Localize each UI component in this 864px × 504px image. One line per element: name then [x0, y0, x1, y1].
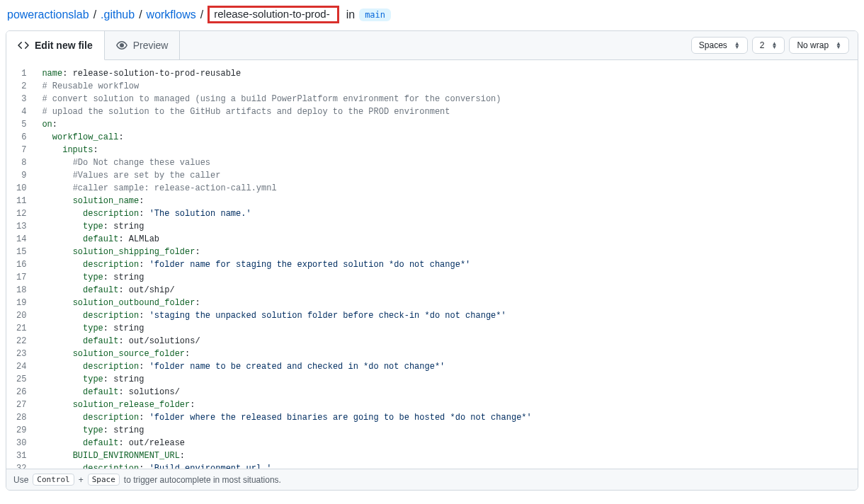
code-line[interactable]: default: out/release [42, 437, 858, 449]
indent-size-value: 2 [760, 40, 765, 50]
code-line[interactable]: type: string [42, 220, 858, 233]
code-line[interactable]: solution_release_folder: [42, 399, 858, 411]
line-number-gutter: 1234567891011121314151617181920212223242… [6, 60, 39, 469]
line-number: 3 [16, 93, 33, 105]
code-line[interactable]: # upload the solution to the GitHub arti… [42, 105, 858, 118]
line-number: 4 [16, 105, 33, 118]
line-number: 20 [16, 309, 33, 322]
code-line[interactable]: default: ALMLab [42, 233, 858, 246]
indent-mode-value: Spaces [699, 40, 727, 50]
line-number: 28 [16, 411, 33, 424]
code-line[interactable]: description: 'The solution name.' [42, 207, 858, 220]
line-number: 32 [16, 462, 33, 469]
code-line[interactable]: workflow_call: [42, 131, 858, 144]
code-line[interactable]: inputs: [42, 144, 858, 156]
code-line[interactable]: BUILD_ENVIRONMENT_URL: [42, 449, 858, 462]
editor-footer: Use Control + Space to trigger autocompl… [6, 469, 858, 490]
eye-icon [116, 40, 127, 51]
breadcrumb-sep: / [93, 8, 96, 21]
code-line[interactable]: on: [42, 118, 858, 131]
tab-preview-label: Preview [133, 40, 169, 51]
tab-edit-file[interactable]: Edit new file [6, 31, 105, 60]
line-number: 10 [16, 182, 33, 195]
line-number: 12 [16, 207, 33, 220]
code-editor[interactable]: 1234567891011121314151617181920212223242… [6, 60, 858, 469]
breadcrumb-repo-link[interactable]: poweractionslab [7, 8, 89, 21]
footer-plus: + [79, 475, 84, 485]
code-line[interactable]: default: out/ship/ [42, 284, 858, 297]
filename-input[interactable]: release-solution-to-prod- [208, 6, 339, 23]
line-number: 14 [16, 233, 33, 246]
code-line[interactable]: description: 'staging the unpacked solut… [42, 309, 858, 322]
line-number: 17 [16, 271, 33, 284]
line-number: 18 [16, 284, 33, 297]
code-line[interactable]: # convert solution to managed (using a b… [42, 93, 858, 105]
code-line[interactable]: description: 'folder name to be created … [42, 360, 858, 373]
line-number: 13 [16, 220, 33, 233]
code-line[interactable]: name: release-solution-to-prod-reusable [42, 67, 858, 80]
line-number: 19 [16, 297, 33, 309]
line-number: 31 [16, 449, 33, 462]
footer-rest: to trigger autocomplete in most situatio… [124, 475, 281, 485]
code-line[interactable]: description: 'Build environment url.' [42, 462, 858, 469]
line-number: 15 [16, 246, 33, 258]
line-number: 11 [16, 195, 33, 207]
code-line[interactable]: type: string [42, 373, 858, 386]
line-number: 30 [16, 437, 33, 449]
indent-mode-select[interactable]: Spaces ▲▼ [691, 37, 748, 54]
breadcrumb-folder2-link[interactable]: workflows [147, 8, 196, 21]
breadcrumb: poweractionslab / .github / workflows / … [6, 3, 858, 30]
code-line[interactable]: description: 'folder name for staging th… [42, 258, 858, 271]
line-number: 26 [16, 386, 33, 399]
code-line[interactable]: type: string [42, 424, 858, 437]
code-line[interactable]: default: solutions/ [42, 386, 858, 399]
updown-icon: ▲▼ [771, 42, 777, 49]
code-line[interactable]: #Values are set by the caller [42, 169, 858, 182]
line-number: 2 [16, 80, 33, 93]
code-line[interactable]: #caller sample: release-action-call.ymnl [42, 182, 858, 195]
code-line[interactable]: type: string [42, 271, 858, 284]
line-number: 21 [16, 322, 33, 335]
line-number: 25 [16, 373, 33, 386]
breadcrumb-in-label: in [346, 8, 355, 21]
line-number: 29 [16, 424, 33, 437]
line-number: 1 [16, 67, 33, 80]
code-line[interactable]: solution_outbound_folder: [42, 297, 858, 309]
updown-icon: ▲▼ [836, 42, 841, 49]
code-line[interactable]: solution_name: [42, 195, 858, 207]
footer-use-label: Use [13, 475, 28, 485]
code-line[interactable]: description: 'folder where the released … [42, 411, 858, 424]
line-number: 6 [16, 131, 33, 144]
line-number: 9 [16, 169, 33, 182]
line-number: 5 [16, 118, 33, 131]
code-line[interactable]: # Reusable workflow [42, 80, 858, 93]
wrap-mode-value: No wrap [797, 40, 829, 50]
code-line[interactable]: default: out/solutions/ [42, 335, 858, 348]
line-number: 27 [16, 399, 33, 411]
code-line[interactable]: type: string [42, 322, 858, 335]
branch-badge: main [359, 8, 391, 21]
editor-settings: Spaces ▲▼ 2 ▲▼ No wrap ▲▼ [691, 37, 858, 54]
tabs-bar: Edit new file Preview Spaces ▲▼ 2 ▲▼ No … [6, 31, 858, 60]
line-number: 23 [16, 348, 33, 360]
tab-edit-label: Edit new file [35, 40, 93, 51]
kbd-space: Space [88, 474, 120, 486]
line-number: 7 [16, 144, 33, 156]
code-icon [18, 40, 29, 51]
updown-icon: ▲▼ [734, 42, 740, 49]
breadcrumb-folder1-link[interactable]: .github [101, 8, 135, 21]
line-number: 8 [16, 156, 33, 169]
line-number: 24 [16, 360, 33, 373]
line-number: 22 [16, 335, 33, 348]
wrap-mode-select[interactable]: No wrap ▲▼ [789, 37, 849, 54]
code-line[interactable]: #Do Not change these values [42, 156, 858, 169]
tab-preview[interactable]: Preview [105, 31, 181, 59]
code-content[interactable]: name: release-solution-to-prod-reusable#… [39, 60, 858, 469]
breadcrumb-sep: / [139, 8, 142, 21]
editor-panel: Edit new file Preview Spaces ▲▼ 2 ▲▼ No … [6, 30, 858, 491]
code-line[interactable]: solution_source_folder: [42, 348, 858, 360]
breadcrumb-sep: / [200, 8, 203, 21]
indent-size-select[interactable]: 2 ▲▼ [752, 37, 785, 54]
code-line[interactable]: solution_shipping_folder: [42, 246, 858, 258]
kbd-control: Control [33, 474, 74, 486]
